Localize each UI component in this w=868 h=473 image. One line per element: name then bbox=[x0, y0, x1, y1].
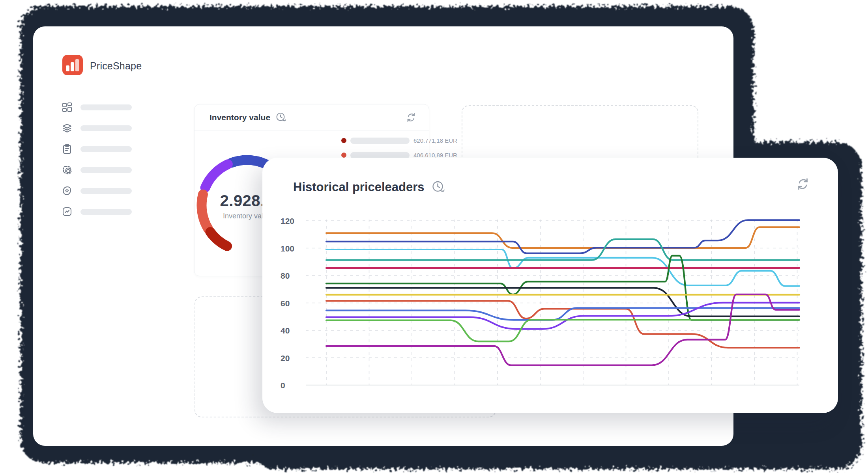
svg-text:20: 20 bbox=[281, 354, 290, 363]
sidebar-item-dashboard[interactable] bbox=[62, 101, 132, 113]
sidebar-item-brands[interactable] bbox=[62, 185, 132, 197]
historical-priceleaders-line-chart: 020406080100120 bbox=[262, 158, 838, 413]
page: PriceShape bbox=[0, 0, 868, 473]
sidebar-item-analytics[interactable] bbox=[62, 206, 132, 218]
svg-text:80: 80 bbox=[281, 271, 290, 280]
line-01-orange bbox=[326, 227, 799, 248]
svg-text:100: 100 bbox=[281, 244, 294, 253]
activity-icon bbox=[62, 206, 73, 217]
priceshape-logo-icon bbox=[62, 55, 83, 75]
dashboard-icon bbox=[62, 102, 73, 113]
sidebar-item-orders[interactable] bbox=[62, 143, 132, 155]
svg-text:60: 60 bbox=[281, 299, 290, 308]
sidebar-placeholder bbox=[80, 188, 132, 194]
sidebar-placeholder bbox=[80, 209, 132, 215]
layers-icon bbox=[62, 123, 73, 134]
sidebar-placeholder bbox=[80, 146, 132, 152]
sidebar-item-layers[interactable] bbox=[62, 122, 132, 134]
svg-text:120: 120 bbox=[281, 216, 294, 225]
line-13-magenta bbox=[326, 294, 799, 365]
line-10-blue bbox=[326, 308, 799, 320]
sidebar-placeholder bbox=[80, 167, 132, 173]
sidebar-item-automation[interactable] bbox=[62, 164, 132, 176]
svg-text:40: 40 bbox=[281, 326, 290, 335]
badge-star-icon bbox=[62, 185, 73, 196]
historical-priceleaders-card: Historical priceleaders 020406080100120 bbox=[262, 158, 838, 413]
chip-gear-icon bbox=[62, 164, 73, 175]
svg-text:0: 0 bbox=[281, 381, 285, 390]
sidebar-placeholder bbox=[80, 125, 132, 131]
sidebar-placeholder bbox=[80, 104, 132, 110]
brand-name: PriceShape bbox=[90, 60, 142, 72]
clipboard-icon bbox=[62, 143, 73, 155]
